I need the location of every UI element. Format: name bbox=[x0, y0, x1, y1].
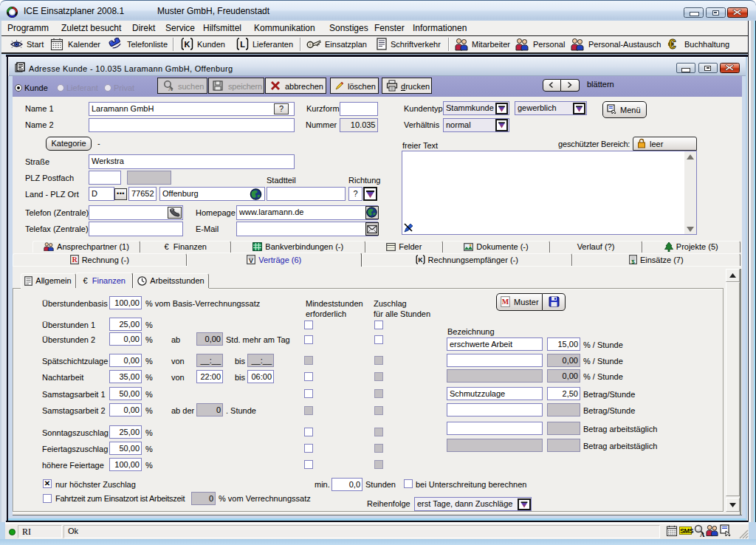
svg-text:A: A bbox=[168, 86, 173, 92]
svg-text:K: K bbox=[418, 256, 422, 264]
svg-text:€: € bbox=[668, 38, 676, 50]
svg-text:M: M bbox=[502, 298, 509, 306]
svg-text:R: R bbox=[72, 256, 78, 264]
svg-text:K: K bbox=[185, 40, 190, 49]
svg-text:A: A bbox=[700, 531, 705, 538]
svg-text:$: $ bbox=[631, 258, 635, 265]
svg-text:L: L bbox=[240, 40, 245, 49]
svg-text:V: V bbox=[249, 257, 253, 264]
